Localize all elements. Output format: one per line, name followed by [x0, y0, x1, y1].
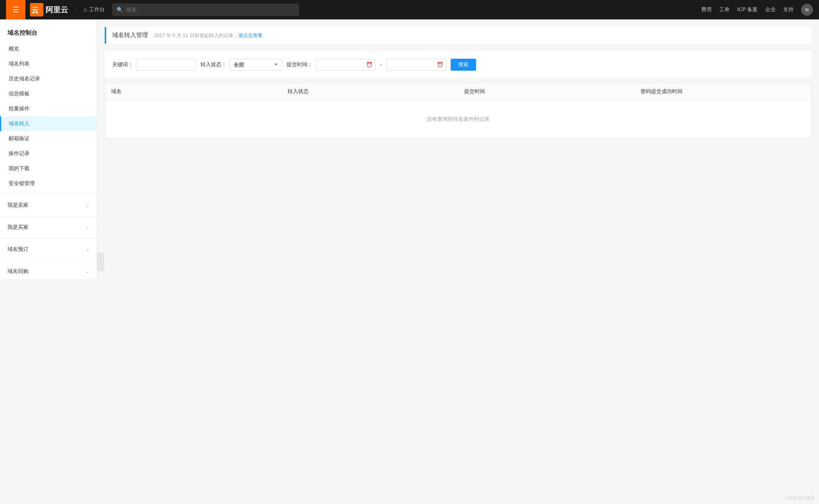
search-button[interactable]: 搜索	[451, 59, 476, 71]
sidebar-group-preorder[interactable]: 域名预订 ⌄	[0, 242, 97, 257]
nav-icp[interactable]: ICP 备案	[737, 6, 758, 13]
time-label: 提交时间：	[286, 61, 313, 68]
workbench-link[interactable]: ⌂ 工作台	[76, 6, 105, 13]
sidebar: 域名控制台 概览 域名列表 历史域名记录 信息模板 批量操作 域名转入 邮箱验证	[0, 19, 97, 279]
avatar-initial: Ie	[805, 7, 809, 12]
col-submit-time: 提交时间	[458, 83, 635, 100]
user-avatar[interactable]: Ie	[801, 4, 813, 16]
home-icon: ⌂	[83, 6, 87, 13]
sidebar-group-seller-label: 我是卖家	[7, 202, 28, 209]
collapse-icon: ‹	[100, 259, 101, 264]
main-layout: 域名控制台 概览 域名列表 历史域名记录 信息模板 批量操作 域名转入 邮箱验证	[0, 19, 819, 504]
sidebar-divider-2	[0, 216, 97, 216]
logo-text: 阿里云	[46, 5, 68, 15]
menu-button[interactable]: ☰	[6, 0, 25, 19]
sidebar-item-domain-list[interactable]: 域名列表	[0, 56, 97, 71]
page-title: 域名转入管理	[112, 31, 148, 39]
nav-right-actions: 费用 工单 ICP 备案 企业 支持 Ie	[701, 4, 813, 16]
sidebar-item-overview[interactable]: 概览	[0, 42, 97, 56]
sidebar-group-buyback-label: 域名回购	[7, 268, 28, 275]
date-start-wrapper: ⏰	[316, 59, 375, 71]
results-table: 域名 转入状态 提交时间 密码提交成功时间 没有查询到符合条件的记录	[105, 83, 812, 138]
search-input[interactable]	[126, 7, 295, 13]
sidebar-item-operation-log[interactable]: 操作记录	[0, 146, 97, 161]
workbench-label: 工作台	[89, 6, 105, 13]
sidebar-label-domain-transfer: 域名转入	[9, 120, 30, 127]
sidebar-label-domain-list: 域名列表	[9, 61, 30, 67]
sidebar-collapse-button[interactable]: ‹	[97, 253, 104, 271]
col-status: 转入状态	[282, 83, 458, 100]
sidebar-item-email-verify[interactable]: 邮箱验证	[0, 131, 97, 146]
sidebar-wrapper: 域名控制台 概览 域名列表 历史域名记录 信息模板 批量操作 域名转入 邮箱验证	[0, 19, 97, 504]
nav-enterprise[interactable]: 企业	[765, 6, 776, 13]
empty-text: 没有查询到符合条件的记录	[427, 116, 490, 123]
sidebar-group-buyer[interactable]: 我是买家 ⌄	[0, 219, 97, 235]
sidebar-label-email-verify: 邮箱验证	[9, 135, 30, 142]
keyword-label: 关键词：	[112, 61, 133, 68]
search-bar: 关键词： 转入状态： 全部 待提交密码 转入中 转入成功 转入失败 提交时间： …	[105, 51, 812, 78]
svg-text:云: 云	[31, 6, 39, 14]
page-notice: 2017 年 5 月 11 日前发起转入的记录，请点击查看	[154, 32, 263, 39]
col-domain: 域名	[105, 83, 282, 100]
sidebar-group-seller[interactable]: 我是卖家 ⌄	[0, 197, 97, 213]
hamburger-icon: ☰	[12, 5, 19, 14]
chevron-down-icon-preorder: ⌄	[86, 247, 89, 252]
top-nav: ☰ 云 阿里云 ⌂ 工作台 🔍 费用 工单 ICP 备案 企业 支持 Ie	[0, 0, 819, 19]
chevron-down-icon-buyer: ⌄	[86, 225, 89, 230]
page-notice-text: 2017 年 5 月 11 日前发起转入的记录，	[154, 33, 238, 38]
date-start-input[interactable]	[316, 59, 375, 71]
col-password-time: 密码提交成功时间	[635, 83, 811, 100]
search-icon: 🔍	[117, 7, 123, 13]
status-field: 转入状态： 全部 待提交密码 转入中 转入成功 转入失败	[200, 59, 282, 71]
sidebar-item-domain-transfer[interactable]: 域名转入	[0, 116, 97, 131]
sidebar-item-batch[interactable]: 批量操作	[0, 101, 97, 116]
aliyun-logo-icon: 云	[30, 3, 43, 16]
global-search[interactable]: 🔍	[112, 3, 299, 16]
sidebar-group-preorder-label: 域名预订	[7, 246, 28, 253]
chevron-down-icon-buyback: ⌄	[86, 269, 89, 274]
sidebar-label-downloads: 我的下载	[9, 165, 30, 172]
keyword-field: 关键词：	[112, 59, 196, 71]
sidebar-item-history[interactable]: 历史域名记录	[0, 71, 97, 86]
status-label: 转入状态：	[200, 61, 227, 68]
date-separator: -	[378, 62, 383, 68]
sidebar-group-buyer-label: 我是买家	[7, 224, 28, 231]
nav-logo[interactable]: 云 阿里云	[30, 3, 68, 16]
nav-fee[interactable]: 费用	[701, 6, 712, 13]
sidebar-label-info-template: 信息模板	[9, 90, 30, 97]
sidebar-label-history: 历史域名记录	[9, 76, 40, 82]
sidebar-label-operation-log: 操作记录	[9, 150, 30, 157]
date-end-wrapper: ⏰	[386, 59, 446, 71]
sidebar-divider-4	[0, 260, 97, 261]
main-content: 域名转入管理 2017 年 5 月 11 日前发起转入的记录，请点击查看 关键词…	[97, 19, 819, 504]
table-header: 域名 转入状态 提交时间 密码提交成功时间	[105, 83, 811, 101]
sidebar-divider-3	[0, 238, 97, 239]
date-end-input[interactable]	[386, 59, 446, 71]
sidebar-title: 域名控制台	[0, 23, 97, 42]
time-field: 提交时间： ⏰ - ⏰	[286, 59, 446, 71]
sidebar-divider-1	[0, 194, 97, 194]
table-empty-message: 没有查询到符合条件的记录	[105, 101, 811, 138]
nav-ticket[interactable]: 工单	[719, 6, 730, 13]
sidebar-label-batch: 批量操作	[9, 105, 30, 112]
keyword-input[interactable]	[136, 59, 196, 71]
sidebar-item-security-lock[interactable]: 安全锁管理	[0, 176, 97, 191]
page-notice-link[interactable]: 请点击查看	[238, 33, 263, 38]
sidebar-group-buyback[interactable]: 域名回购 ⌄	[0, 264, 97, 279]
chevron-down-icon: ⌄	[86, 203, 89, 208]
footer-note: CSDN @许建滨	[785, 495, 815, 501]
page-header: 域名转入管理 2017 年 5 月 11 日前发起转入的记录，请点击查看	[105, 27, 812, 44]
sidebar-label-overview: 概览	[9, 46, 19, 52]
nav-support[interactable]: 支持	[783, 6, 794, 13]
sidebar-label-security-lock: 安全锁管理	[9, 180, 35, 187]
sidebar-item-info-template[interactable]: 信息模板	[0, 86, 97, 101]
status-select[interactable]: 全部 待提交密码 转入中 转入成功 转入失败	[230, 59, 282, 71]
sidebar-item-downloads[interactable]: 我的下载	[0, 161, 97, 176]
